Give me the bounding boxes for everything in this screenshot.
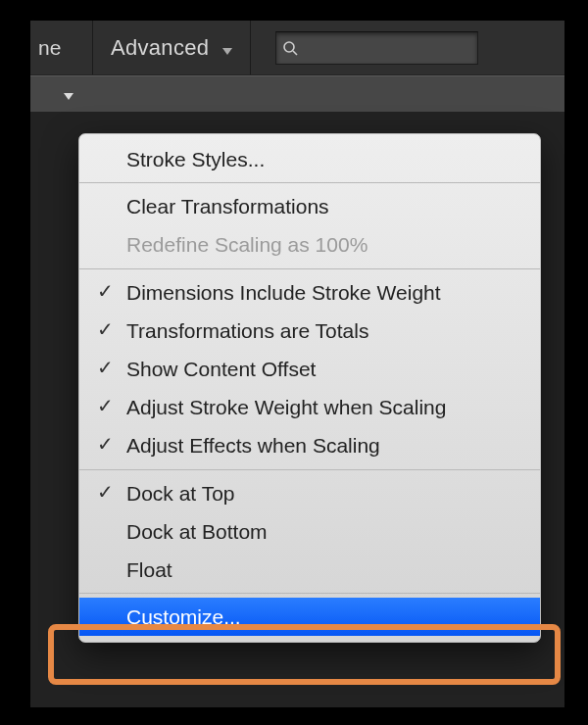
menu-item-label: Float — [126, 558, 172, 581]
menu-item-label: Adjust Stroke Weight when Scaling — [126, 396, 446, 418]
menu-item[interactable]: Clear Transformations — [79, 187, 540, 225]
menu-item[interactable]: ✓Adjust Effects when Scaling — [79, 426, 540, 464]
chevron-down-icon — [222, 35, 232, 61]
workspace-switcher-button[interactable]: Advanced — [93, 21, 250, 74]
control-panel-flyout-menu: Stroke Styles...Clear TransformationsRed… — [78, 133, 541, 643]
app-topbar: ne Advanced — [30, 21, 564, 75]
menu-item-label: Dock at Top — [126, 482, 235, 505]
menu-item[interactable]: Dock at Bottom — [79, 512, 540, 551]
menu-item-label: Dimensions Include Stroke Weight — [126, 281, 441, 304]
control-panel-bar[interactable] — [30, 75, 564, 113]
menu-item[interactable]: ✓Dock at Top — [79, 474, 540, 512]
menu-item[interactable]: Stroke Styles... — [79, 140, 540, 178]
menu-item[interactable]: ✓Dimensions Include Stroke Weight — [79, 273, 540, 312]
check-icon: ✓ — [97, 480, 114, 504]
check-icon: ✓ — [97, 279, 114, 303]
menu-separator — [79, 593, 540, 594]
topbar-divider — [250, 21, 251, 74]
check-icon: ✓ — [97, 317, 114, 341]
menu-item-label: Adjust Effects when Scaling — [126, 434, 380, 457]
topbar-truncated-item[interactable]: ne — [30, 21, 92, 74]
search-wrap — [275, 31, 478, 65]
annotation-highlight-box — [48, 624, 561, 685]
menu-separator — [79, 469, 540, 470]
menu-item-label: Show Content Offset — [126, 358, 316, 380]
svg-point-0 — [284, 42, 294, 52]
menu-item-label: Dock at Bottom — [126, 520, 268, 543]
menu-separator — [79, 268, 540, 269]
menu-item-label: Clear Transformations — [126, 195, 329, 218]
menu-item-label: Redefine Scaling as 100% — [126, 233, 368, 256]
menu-item[interactable]: ✓Adjust Stroke Weight when Scaling — [79, 388, 540, 426]
workspace-label: Advanced — [111, 35, 209, 61]
search-icon — [276, 40, 304, 56]
menu-item[interactable]: Float — [79, 551, 540, 589]
screenshot-stage: ne Advanced Stroke S — [0, 0, 588, 725]
menu-separator — [79, 182, 540, 183]
menu-item-label: Stroke Styles... — [126, 148, 265, 170]
menu-item[interactable]: ✓Show Content Offset — [79, 350, 540, 388]
menu-item[interactable]: ✓Transformations are Totals — [79, 312, 540, 350]
menu-item-label: Transformations are Totals — [126, 319, 368, 342]
check-icon: ✓ — [97, 356, 114, 379]
svg-line-1 — [293, 51, 297, 55]
check-icon: ✓ — [97, 394, 114, 417]
check-icon: ✓ — [97, 432, 114, 456]
menu-item: Redefine Scaling as 100% — [79, 225, 540, 264]
chevron-down-icon — [30, 86, 74, 103]
search-input[interactable] — [275, 31, 478, 65]
